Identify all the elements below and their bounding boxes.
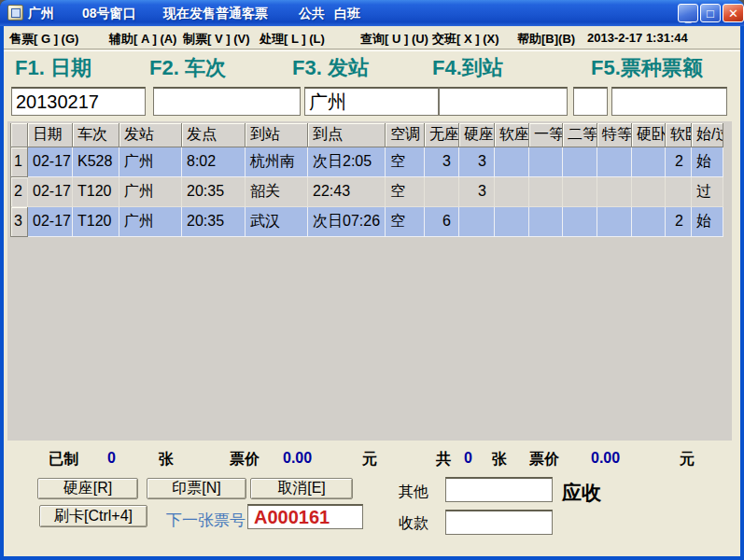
cell-arrive: 武汉	[246, 207, 308, 237]
ticket-kind-input[interactable]	[573, 87, 608, 116]
row-index: 1	[11, 147, 28, 177]
menu-help[interactable]: 帮助[B](B)	[517, 31, 575, 48]
train-input[interactable]	[153, 87, 301, 116]
header-cell-depart-time: 发点	[182, 123, 246, 147]
cell-second-class	[563, 147, 597, 177]
menu-shift[interactable]: 交班[ X ] (X)	[432, 31, 499, 48]
title-station: 广州	[28, 6, 54, 22]
minimize-icon: _	[685, 14, 692, 21]
train-table: 日期 车次 发站 发点 到站 到点 空调 无座 硬座 软座 一等 二等 特等 硬…	[10, 123, 723, 237]
close-icon: ✕	[728, 7, 738, 21]
next-ticket-number: A000161	[247, 504, 363, 529]
total-price: 0.00	[591, 450, 620, 467]
cell-soft-seat	[495, 177, 529, 207]
cell-depart-time: 8:02	[182, 147, 246, 177]
table-row[interactable]: 2 02-17 T120 广州 20:35 韶关 22:43 空 3 过	[11, 177, 723, 207]
total-unit: 张	[492, 450, 507, 469]
cell-arrive: 韶关	[246, 177, 308, 207]
total-count: 0	[464, 450, 472, 467]
close-button[interactable]: ✕	[723, 4, 744, 22]
fkey-arrive: F4.到站	[432, 54, 503, 82]
title-window-number: 08号窗口	[82, 6, 136, 22]
cell-hard-seat	[459, 207, 495, 237]
cell-date: 02-17	[28, 207, 73, 237]
cell-soft-sleeper	[666, 177, 692, 207]
menu-sell[interactable]: 售票[ G ] (G)	[9, 31, 78, 48]
header-cell-origin-pass: 始/过	[692, 123, 723, 147]
arrive-station-input[interactable]	[439, 87, 568, 116]
made-count: 0	[107, 450, 116, 467]
fkey-depart: F3. 发站	[292, 54, 369, 82]
cell-no-seat: 3	[425, 147, 459, 177]
received-input[interactable]	[445, 510, 553, 535]
header-cell-hard-seat: 硬座	[459, 123, 495, 147]
menu-query[interactable]: 查询[ U ] (U)	[360, 31, 428, 48]
menu-datetime: 2013-2-17 1:31:44	[587, 31, 688, 45]
maximize-button[interactable]: □	[700, 4, 721, 22]
header-cell-arrive-time: 到点	[308, 123, 386, 147]
title-mode: 现在发售普通客票	[163, 6, 268, 22]
cell-origin-pass: 始	[692, 207, 723, 237]
ticket-amount-input[interactable]	[611, 87, 727, 116]
cell-train: T120	[73, 177, 119, 207]
header-cell-second-class: 二等	[563, 123, 597, 147]
cell-date: 02-17	[28, 147, 73, 177]
titlebar: 广州 08号窗口 现在发售普通客票 公共 白班 _ □ ✕	[0, 0, 744, 26]
print-ticket-button[interactable]: 印票[N]	[147, 478, 246, 499]
cell-soft-sleeper: 2	[666, 147, 692, 177]
next-ticket-label: 下一张票号	[166, 510, 246, 531]
swipe-card-button[interactable]: 刷卡[Ctrl+4]	[39, 505, 147, 527]
ticket-sales-window: 广州 08号窗口 现在发售普通客票 公共 白班 _ □ ✕ 售票[ G ] (G…	[0, 0, 744, 560]
menubar: 售票[ G ] (G) 辅助[ A ] (A) 制票[ V ] (V) 处理[ …	[4, 26, 740, 49]
title-public: 公共	[299, 6, 325, 22]
hard-seat-button[interactable]: 硬座[R]	[37, 478, 138, 499]
fkey-train: F2. 车次	[149, 54, 226, 82]
other-input[interactable]	[445, 477, 553, 502]
cell-ac: 空	[386, 177, 425, 207]
header-cell-hard-sleeper: 硬卧	[632, 123, 666, 147]
minimize-button[interactable]: _	[678, 4, 698, 22]
cell-ac: 空	[386, 207, 425, 237]
cell-first-class	[529, 177, 563, 207]
cell-special-class	[597, 207, 632, 237]
made-label: 已制	[49, 450, 78, 469]
cell-origin-pass: 始	[692, 147, 723, 177]
cell-arrive-time: 次日2:05	[308, 147, 386, 177]
total-price-label: 票价	[529, 450, 559, 469]
header-cell-soft-seat: 软座	[495, 123, 529, 147]
received-label: 收款	[399, 514, 428, 534]
title-shift: 白班	[334, 6, 360, 22]
cancel-button[interactable]: 取消[E]	[250, 478, 353, 499]
row-index: 3	[11, 207, 28, 237]
made-price-label: 票价	[230, 450, 260, 469]
cell-ac: 空	[386, 147, 425, 177]
header-cell-date: 日期	[28, 123, 73, 147]
table-header: 日期 车次 发站 发点 到站 到点 空调 无座 硬座 软座 一等 二等 特等 硬…	[11, 123, 723, 147]
cell-train: T120	[73, 207, 119, 237]
made-yuan: 元	[362, 450, 377, 469]
cell-depart-time: 20:35	[182, 177, 246, 207]
made-unit: 张	[159, 450, 174, 469]
date-input[interactable]	[11, 87, 146, 116]
other-label: 其他	[399, 483, 428, 502]
menu-assist[interactable]: 辅助[ A ] (A)	[109, 31, 176, 48]
table-row[interactable]: 3 02-17 T120 广州 20:35 武汉 次日07:26 空 6 2 始	[11, 207, 723, 237]
header-cell-arrive: 到站	[246, 123, 308, 147]
cell-arrive-time: 次日07:26	[308, 207, 386, 237]
cell-depart: 广州	[119, 147, 182, 177]
fkey-ticket: F5.票种票额	[591, 54, 703, 82]
cell-depart: 广州	[119, 177, 182, 207]
menu-process[interactable]: 处理[ L ] (L)	[260, 31, 325, 48]
receivable-label: 应收	[562, 480, 601, 506]
cell-no-seat: 6	[425, 207, 459, 237]
menu-print[interactable]: 制票[ V ] (V)	[183, 31, 250, 48]
depart-station-input[interactable]	[304, 87, 439, 116]
cell-soft-seat	[495, 207, 529, 237]
cell-soft-sleeper: 2	[666, 207, 692, 237]
cell-train: K528	[73, 147, 119, 177]
cell-special-class	[597, 147, 632, 177]
table-row[interactable]: 1 02-17 K528 广州 8:02 杭州南 次日2:05 空 3 3 2 …	[11, 147, 723, 177]
header-cell-train: 车次	[73, 123, 119, 147]
cell-soft-seat	[495, 147, 529, 177]
header-cell-no-seat: 无座	[425, 123, 459, 147]
